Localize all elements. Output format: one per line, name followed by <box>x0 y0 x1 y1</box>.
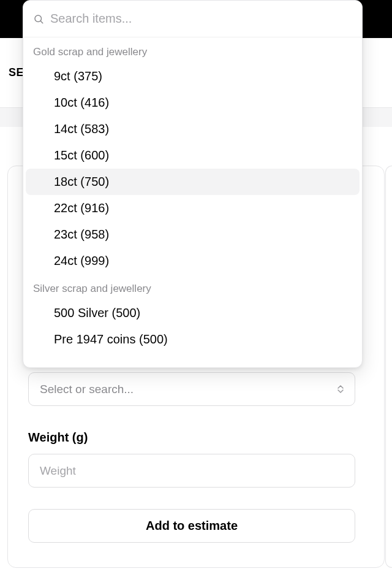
dropdown-option[interactable]: Pre 1947 coins (500) <box>26 326 360 353</box>
dropdown-option[interactable]: 24ct (999) <box>26 248 360 274</box>
item-select-trigger[interactable]: Select or search... <box>28 372 355 406</box>
chevron-up-down-icon <box>337 385 344 393</box>
dropdown-option[interactable]: 14ct (583) <box>26 116 360 142</box>
dropdown-search-row <box>23 1 362 37</box>
dropdown-option[interactable]: 22ct (916) <box>26 195 360 221</box>
option-group-header: Gold scrap and jewellery <box>23 37 362 63</box>
item-select-placeholder: Select or search... <box>40 383 134 396</box>
search-icon <box>33 13 44 25</box>
adjacent-card-edge <box>385 166 392 568</box>
weight-label: Weight (g) <box>28 431 88 445</box>
dropdown-option[interactable]: 15ct (600) <box>26 142 360 169</box>
partial-header-text: SE <box>9 66 24 79</box>
option-group-header: Silver scrap and jewellery <box>23 274 362 300</box>
weight-input[interactable] <box>28 454 355 488</box>
svg-point-0 <box>35 15 42 22</box>
dropdown-options-list[interactable]: Gold scrap and jewellery9ct (375)10ct (4… <box>23 37 362 368</box>
dropdown-option[interactable]: 23ct (958) <box>26 221 360 248</box>
add-to-estimate-button[interactable]: Add to estimate <box>28 509 355 543</box>
add-button-label: Add to estimate <box>146 519 238 533</box>
dropdown-option[interactable]: 500 Silver (500) <box>26 300 360 326</box>
search-input[interactable] <box>50 12 352 26</box>
dropdown-option[interactable]: 10ct (416) <box>26 90 360 116</box>
dropdown-option[interactable]: 9ct (375) <box>26 63 360 90</box>
item-dropdown-panel: Gold scrap and jewellery9ct (375)10ct (4… <box>23 0 363 368</box>
dropdown-option[interactable]: 18ct (750) <box>26 169 360 195</box>
